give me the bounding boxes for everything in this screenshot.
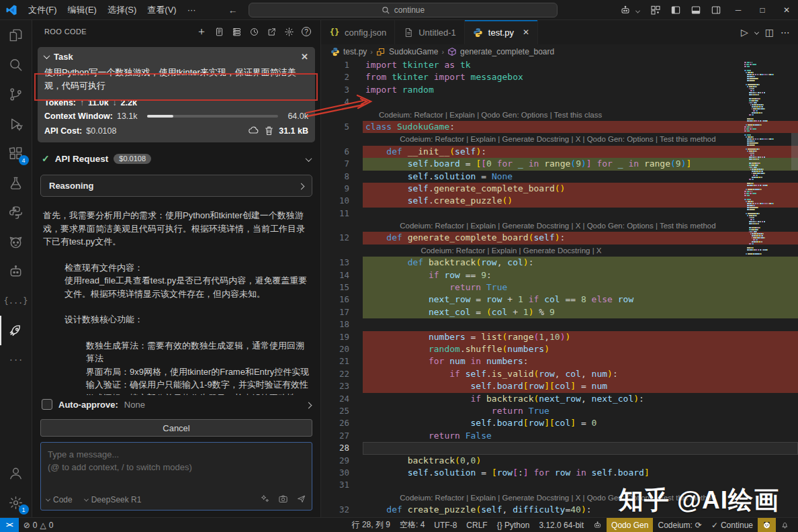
activity-explorer-icon[interactable]: [0, 20, 32, 50]
reasoning-toggle[interactable]: Reasoning: [40, 175, 312, 197]
code-line-7[interactable]: 7 self.board = [[0 for _ in range(9)] fo…: [321, 158, 798, 170]
panda-status[interactable]: [758, 518, 776, 532]
run-button[interactable]: ▷: [741, 27, 748, 38]
toggle-panel-icon[interactable]: [686, 1, 705, 19]
code-line-24[interactable]: 24 if backtrack(next_row, next_col):: [321, 393, 798, 405]
breadcrumb-item[interactable]: generate_complete_board: [460, 47, 554, 56]
robot-status[interactable]: [588, 518, 607, 532]
remote-indicator[interactable]: ><: [0, 518, 19, 532]
mode-select[interactable]: Code: [46, 495, 73, 504]
code-line-5[interactable]: 5class SudokuGame:: [321, 121, 798, 133]
activity-raccoon-icon[interactable]: [0, 227, 32, 257]
codelens[interactable]: Codeium: Refactor | Explain | Generate D…: [321, 492, 798, 504]
activity-testing-icon[interactable]: [0, 168, 32, 197]
minimize-button[interactable]: ─: [727, 0, 750, 20]
codelens[interactable]: Codeium: Refactor | Explain | Generate D…: [321, 220, 798, 232]
command-center-search[interactable]: continue: [249, 3, 558, 17]
continue-status[interactable]: ✓Continue: [707, 518, 758, 532]
notebook-icon[interactable]: [212, 24, 226, 39]
tab-untitled-1[interactable]: Untitled-1: [395, 20, 465, 44]
model-select[interactable]: DeepSeek R1: [85, 495, 142, 504]
close-task-icon[interactable]: ✕: [301, 52, 308, 62]
toggle-secondary-sidebar-icon[interactable]: [707, 1, 725, 19]
code-line-21[interactable]: 21 for num in numbers:: [321, 355, 798, 367]
code-line-22[interactable]: 22 if self.is_valid(row, col, num):: [321, 368, 798, 380]
code-line-10[interactable]: 10 self.create_puzzle(): [321, 195, 798, 207]
menu-item-4[interactable]: ···: [182, 3, 202, 17]
activity-search-icon[interactable]: [0, 50, 32, 79]
editor-scrollbar[interactable]: [791, 133, 798, 170]
mcp-servers-icon[interactable]: [229, 24, 244, 39]
code-line-17[interactable]: 17 next_col = (col + 1) % 9: [321, 306, 798, 318]
minimap[interactable]: [740, 62, 791, 517]
customize-layout-icon[interactable]: [646, 1, 665, 19]
maximize-button[interactable]: □: [751, 0, 774, 20]
breadcrumb-item[interactable]: test.py: [343, 47, 367, 56]
codelens[interactable]: Codeium: Refactor | Explain | Qodo Gen: …: [321, 109, 798, 121]
code-line-23[interactable]: 23 self.board[row][col] = num: [321, 380, 798, 392]
code-line-25[interactable]: 25 return True: [321, 405, 798, 417]
more-actions-icon[interactable]: ⋯: [781, 27, 790, 38]
notifications[interactable]: [776, 518, 794, 532]
code-editor[interactable]: 1import tkinter as tk2from tkinter impor…: [321, 59, 798, 517]
history-icon[interactable]: [247, 24, 261, 39]
tab-test-py[interactable]: test.py✕: [465, 20, 538, 44]
gear-icon[interactable]: [281, 24, 296, 39]
activity-run-debug-icon[interactable]: [0, 109, 32, 138]
code-line-32[interactable]: 32 def create_puzzle(self, difficulty=40…: [321, 504, 798, 516]
auto-approve-row[interactable]: Auto-approve: None: [32, 395, 320, 414]
code-line-12[interactable]: 12 def generate_complete_board(self):: [321, 232, 798, 244]
screenshot-icon[interactable]: [278, 494, 288, 506]
activity-python-icon[interactable]: [0, 197, 32, 227]
codeium-status[interactable]: Codeium:⟳: [653, 518, 706, 532]
code-line-14[interactable]: 14 if row == 9:: [321, 269, 798, 281]
codelens[interactable]: Codeium: Refactor | Explain | Generate D…: [321, 245, 798, 257]
activity-account-icon[interactable]: [0, 458, 32, 488]
python-interpreter[interactable]: 3.12.0 64-bit: [534, 518, 588, 532]
activity-roo-code-icon[interactable]: [0, 316, 32, 345]
chevron-down-icon[interactable]: [306, 154, 311, 164]
toggle-sidebar-icon[interactable]: [666, 1, 685, 19]
code-line-28[interactable]: 28: [321, 442, 798, 454]
qodo-gen[interactable]: Qodo Gen: [607, 518, 653, 532]
code-line-1[interactable]: 1import tkinter as tk: [321, 59, 798, 71]
new-task-icon[interactable]: ＋: [194, 24, 209, 39]
tab-config-json[interactable]: {}config.json: [321, 20, 395, 44]
code-line-13[interactable]: 13 def backtrack(row, col):: [321, 257, 798, 269]
cursor-position[interactable]: 行 28, 列 9: [347, 518, 395, 532]
menu-item-0[interactable]: 文件(F): [23, 3, 62, 17]
auto-approve-checkbox[interactable]: [42, 399, 52, 410]
menu-item-3[interactable]: 查看(V): [142, 3, 181, 17]
run-dropdown-icon[interactable]: [755, 29, 758, 36]
help-icon[interactable]: ?: [299, 24, 314, 39]
language-mode[interactable]: {} Python: [492, 518, 535, 532]
open-external-icon[interactable]: [264, 24, 279, 39]
code-line-16[interactable]: 16 next_row = row + 1 if col == 8 else r…: [321, 294, 798, 306]
close-tab-icon[interactable]: ✕: [523, 28, 529, 37]
problems-status[interactable]: ⊘0 △0: [19, 518, 58, 532]
code-line-2[interactable]: 2from tkinter import messagebox: [321, 71, 798, 83]
activity-braces-icon[interactable]: {...}: [0, 286, 32, 316]
code-line-26[interactable]: 26 self.board[row][col] = 0: [321, 417, 798, 429]
close-button[interactable]: ✕: [775, 0, 798, 20]
enhance-prompt-icon[interactable]: [260, 494, 270, 506]
send-icon[interactable]: [296, 494, 306, 506]
code-line-27[interactable]: 27 return False: [321, 430, 798, 442]
code-line-20[interactable]: 20 random.shuffle(numbers): [321, 343, 798, 355]
code-line-31[interactable]: 31: [321, 479, 798, 491]
code-line-18[interactable]: 18: [321, 318, 798, 330]
eol[interactable]: CRLF: [461, 518, 492, 532]
nav-back-icon[interactable]: ←: [228, 5, 238, 15]
indentation[interactable]: 空格: 4: [395, 518, 429, 532]
copilot-robot-icon[interactable]: [616, 1, 635, 19]
copilot-chevron-icon[interactable]: [636, 5, 639, 15]
code-line-30[interactable]: 30 self.solution = [row[:] for row in se…: [321, 467, 798, 479]
code-line-3[interactable]: 3import random: [321, 84, 798, 96]
activity-settings-icon[interactable]: 1: [0, 488, 32, 517]
cancel-button[interactable]: Cancel: [40, 419, 312, 437]
api-request-row[interactable]: ✓ API Request $0.0108: [32, 145, 320, 169]
code-line-19[interactable]: 19 numbers = list(range(1,10)): [321, 331, 798, 343]
code-line-4[interactable]: 4: [321, 96, 798, 108]
code-line-15[interactable]: 15 return True: [321, 281, 798, 294]
menu-item-2[interactable]: 选择(S): [102, 3, 142, 17]
